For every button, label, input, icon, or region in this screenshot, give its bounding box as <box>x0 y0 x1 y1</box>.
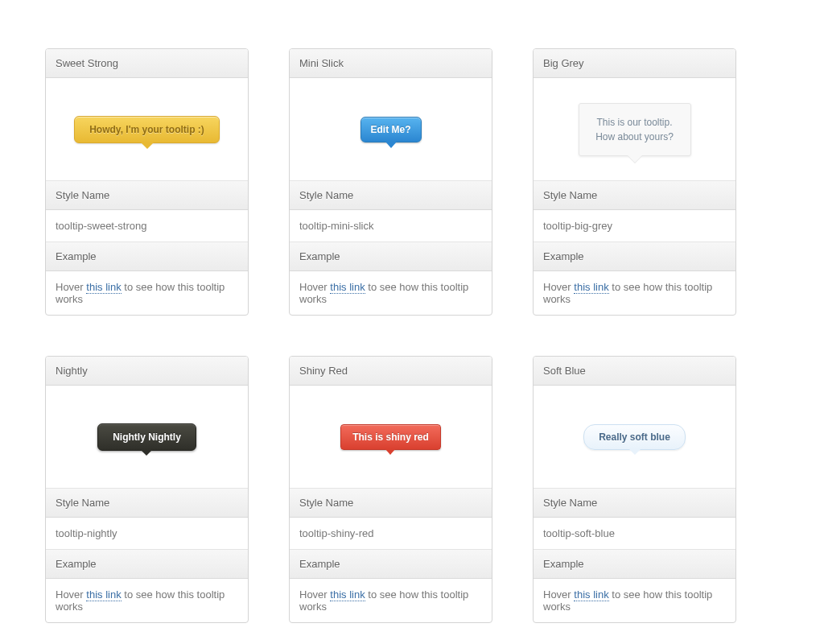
style-name-value: tooltip-soft-blue <box>534 518 735 550</box>
example-text-prefix: Hover <box>299 588 330 601</box>
example-header: Example <box>534 550 735 579</box>
example-link[interactable]: this link <box>86 588 121 601</box>
style-name-header: Style Name <box>46 489 248 518</box>
card-title: Shiny Red <box>290 357 492 386</box>
example-text-prefix: Hover <box>299 281 330 293</box>
example-header: Example <box>534 242 735 271</box>
tooltip-text: This is our tooltip. How about yours? <box>595 117 674 142</box>
example-body: Hover this link to see how this tooltip … <box>534 579 735 622</box>
example-header: Example <box>290 242 492 271</box>
tooltip-arrow-icon <box>629 449 641 455</box>
card-title: Big Grey <box>534 49 735 78</box>
example-body: Hover this link to see how this tooltip … <box>290 271 492 315</box>
tooltip-arrow-icon <box>385 142 397 148</box>
tooltip-text: Edit Me? <box>371 124 411 135</box>
example-body: Hover this link to see how this tooltip … <box>534 271 735 315</box>
tooltip-card: NightlyNightly NightlyStyle Nametooltip-… <box>45 356 249 623</box>
style-name-value: tooltip-mini-slick <box>290 210 492 242</box>
style-name-value: tooltip-nightly <box>46 518 248 550</box>
tooltip-bubble: This is shiny red <box>340 424 441 450</box>
example-header: Example <box>290 550 492 579</box>
example-text-prefix: Hover <box>543 588 574 601</box>
tooltip-card: Sweet StrongHowdy, I'm your tooltip :)St… <box>45 48 249 316</box>
tooltip-bubble: Really soft blue <box>583 424 686 450</box>
example-text-prefix: Hover <box>56 588 86 601</box>
example-header: Example <box>46 242 248 271</box>
style-name-header: Style Name <box>290 181 492 210</box>
tooltip-text: This is shiny red <box>352 431 429 443</box>
example-body: Hover this link to see how this tooltip … <box>46 579 248 622</box>
tooltip-bubble: Howdy, I'm your tooltip :) <box>74 116 220 143</box>
tooltip-bubble: Edit Me? <box>360 117 422 142</box>
tooltip-preview: This is our tooltip. How about yours? <box>534 78 735 181</box>
example-body: Hover this link to see how this tooltip … <box>290 579 492 622</box>
tooltip-preview: Really soft blue <box>534 386 735 489</box>
card-title: Mini Slick <box>290 49 492 78</box>
tooltip-arrow-icon <box>141 142 154 149</box>
tooltip-text: Nightly Nightly <box>113 431 181 443</box>
style-name-header: Style Name <box>290 489 492 518</box>
example-body: Hover this link to see how this tooltip … <box>46 271 248 315</box>
tooltip-preview: This is shiny red <box>290 386 492 489</box>
example-link[interactable]: this link <box>330 281 365 294</box>
tooltip-preview: Edit Me? <box>290 78 492 181</box>
style-name-header: Style Name <box>46 181 248 210</box>
tooltip-card: Big GreyThis is our tooltip. How about y… <box>533 48 736 316</box>
tooltip-bubble: Nightly Nightly <box>97 423 196 451</box>
example-header: Example <box>46 550 248 579</box>
example-text-prefix: Hover <box>56 281 86 293</box>
tooltip-arrow-icon <box>385 449 395 455</box>
style-name-header: Style Name <box>534 181 735 210</box>
tooltip-card: Soft BlueReally soft blueStyle Nametoolt… <box>533 356 736 623</box>
example-text-prefix: Hover <box>543 281 574 293</box>
card-title: Sweet Strong <box>46 49 248 78</box>
card-title: Nightly <box>46 357 248 386</box>
tooltip-preview: Nightly Nightly <box>46 386 248 489</box>
tooltip-bubble: This is our tooltip. How about yours? <box>579 103 691 156</box>
example-link[interactable]: this link <box>86 281 121 294</box>
example-link[interactable]: this link <box>574 588 608 601</box>
style-name-header: Style Name <box>534 489 735 518</box>
example-link[interactable]: this link <box>574 281 608 294</box>
style-name-value: tooltip-big-grey <box>534 210 735 242</box>
tooltip-text: Really soft blue <box>599 431 670 443</box>
style-name-value: tooltip-shiny-red <box>290 518 492 550</box>
style-name-value: tooltip-sweet-strong <box>46 210 248 242</box>
tooltip-card: Mini SlickEdit Me?Style Nametooltip-mini… <box>289 48 492 316</box>
example-link[interactable]: this link <box>330 588 365 601</box>
tooltip-arrow-icon <box>141 450 152 456</box>
tooltip-arrow-icon <box>628 155 642 163</box>
card-title: Soft Blue <box>534 357 735 386</box>
tooltip-text: Howdy, I'm your tooltip :) <box>89 124 204 135</box>
tooltip-card: Shiny RedThis is shiny redStyle Nametool… <box>289 356 492 623</box>
tooltip-preview: Howdy, I'm your tooltip :) <box>46 78 248 181</box>
